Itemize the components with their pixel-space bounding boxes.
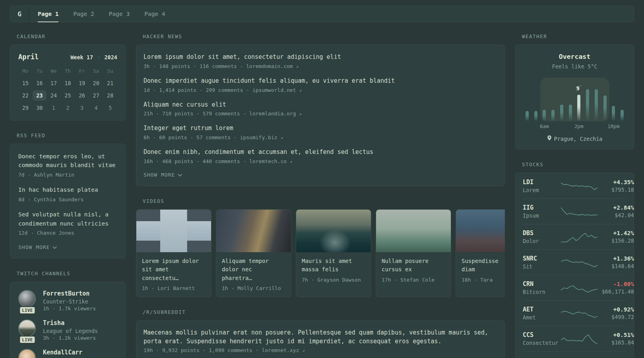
video-time: 1h · [222, 285, 237, 291]
rss-item-title[interactable]: Sed volutpat nulla nisl, a condimentum n… [18, 210, 117, 228]
tab-page-1[interactable]: Page 1 [38, 6, 58, 22]
hackernews-domain-link[interactable]: loremlandia.org ↗ [249, 111, 302, 117]
stock-symbol: DBS [523, 230, 561, 237]
hackernews-show-more-button[interactable]: SHOW MORE [144, 172, 497, 178]
video-thumbnail[interactable] [216, 210, 291, 252]
subreddit-post-domain-link[interactable]: loremnet.xyz ↗ [262, 347, 305, 353]
stock-values: +2.84%$42.04 [597, 204, 634, 218]
stock-row[interactable]: CRNBitcorn-1.00%$66,171.48 [523, 275, 627, 300]
video-author-link[interactable]: Grayson Dawson [317, 277, 361, 283]
twitch-channel-name[interactable]: ForrestBurton [43, 290, 96, 297]
hackernews-item: Aliquam nec cursus elit21h · 710 points … [144, 101, 497, 117]
tab-page-4[interactable]: Page 4 [144, 6, 165, 22]
stock-values: -1.00%$66,171.48 [597, 281, 634, 295]
video-thumbnail[interactable] [376, 210, 451, 252]
weather-time-label: 2pm [574, 123, 584, 129]
rss-show-more-button[interactable]: SHOW MORE [18, 244, 117, 250]
weather-time-label: 6am [540, 123, 549, 129]
section-label-rss: RSS FEED [17, 132, 126, 138]
stock-row[interactable]: AETAmet+0.92%$499.72 [523, 300, 627, 326]
home-logo[interactable]: G [10, 6, 29, 22]
video-title[interactable]: Suspendisse diam [462, 257, 505, 274]
rss-item: Sed volutpat nulla nisl, a condimentum n… [18, 210, 117, 237]
weather-bar-slot [592, 75, 601, 121]
twitch-avatar-wrap: LIVE [18, 349, 37, 358]
avatar[interactable] [18, 290, 36, 307]
stock-row[interactable]: SNRCSit+1.36%$148.64 [523, 249, 627, 275]
video-thumbnail[interactable] [296, 210, 371, 252]
weather-bar-slot [601, 75, 609, 121]
hackernews-meta: 6h · 60 points · 57 comments · ipsumify.… [144, 134, 497, 140]
weather-bar-slot [566, 75, 575, 121]
rss-item-title[interactable]: In hac habitasse platea [18, 185, 117, 194]
stock-change: +1.42% [597, 230, 634, 236]
columns: CALENDAR April Week 17 · 2024 MoTuWeThFr… [10, 33, 634, 358]
hackernews-item: Integer eget rutrum lorem6h · 60 points … [144, 124, 497, 140]
subreddit-post-title[interactable]: Maecenas mollis pulvinar erat non posuer… [144, 329, 497, 346]
hackernews-domain-link[interactable]: ipsumworld.net ↗ [252, 87, 302, 93]
section-label-weather: WEATHER [522, 33, 634, 39]
stock-row[interactable]: LDILorem+4.35%$795.18 [523, 173, 627, 198]
video-card-body: Lorem ipsum dolor sit amet consectetu…1h… [136, 252, 211, 297]
video-title[interactable]: Lorem ipsum dolor sit amet consectetu… [142, 257, 206, 283]
video-thumbnail[interactable] [136, 210, 211, 252]
hackernews-domain-link[interactable]: ipsumify.biz ↗ [240, 134, 283, 140]
twitch-channel-info: ForrestBurtonCounter-Strike1h · 1.7k vie… [43, 290, 96, 311]
stock-change: +1.36% [597, 255, 634, 262]
calendar-day-grid: 1516171819202122232425262728293012345 [18, 78, 117, 113]
twitch-channel-row[interactable]: LIVEKendallCarr [18, 349, 117, 358]
stock-row[interactable]: AHS+0.46% [523, 351, 627, 358]
subreddit-widget: /R/SUBREDDIT Maecenas mollis pulvinar er… [136, 309, 505, 358]
stock-price: $795.18 [597, 187, 634, 193]
hackernews-domain-link[interactable]: loremdomain.com ↗ [246, 63, 299, 69]
hackernews-item-list: Lorem ipsum dolor sit amet, consectetur … [144, 53, 497, 164]
avatar[interactable] [18, 319, 36, 337]
tab-page-3[interactable]: Page 3 [109, 6, 130, 22]
stock-id: LDILorem [523, 179, 561, 193]
calendar-week-year: Week 17 · 2024 [70, 54, 117, 60]
avatar[interactable] [18, 349, 36, 358]
video-author-link[interactable]: Stefan Cole [400, 277, 435, 283]
stock-id: AETAmet [523, 306, 561, 321]
hackernews-title[interactable]: Donec enim nibh, condimentum et accumsan… [144, 148, 497, 157]
hackernews-title[interactable]: Integer eget rutrum lorem [144, 124, 497, 133]
section-label-twitch: TWITCH CHANNELS [17, 270, 126, 276]
video-title[interactable]: Aliquam tempor dolor nec pharetra… [222, 257, 285, 283]
twitch-channel-row[interactable]: LIVETrishaLeague of Legends3h · 1.2k vie… [18, 319, 117, 341]
stock-symbol: SNRC [523, 255, 561, 262]
video-author-link[interactable]: Molly Carrillo [237, 285, 281, 291]
stock-row[interactable]: IIGIpsum+2.84%$42.04 [523, 198, 627, 224]
stock-row[interactable]: CCSConsectetur+0.51%$165.84 [523, 326, 627, 351]
twitch-channel-row[interactable]: LIVEForrestBurtonCounter-Strike1h · 1.7k… [18, 290, 117, 311]
calendar-day: 18 [61, 78, 75, 88]
hackernews-title[interactable]: Lorem ipsum dolor sit amet, consectetur … [144, 53, 497, 62]
weather-time-label: 10pm [607, 123, 619, 129]
hackernews-card: Lorem ipsum dolor sit amet, consectetur … [136, 45, 505, 186]
calendar-day: 21 [103, 78, 117, 88]
hackernews-title[interactable]: Donec imperdiet augue tincidunt felis al… [144, 77, 497, 86]
external-link-icon: ↗ [299, 88, 302, 93]
rss-item-title[interactable]: Donec tempor eros leo, ut commodo mauris… [18, 152, 117, 170]
video-title[interactable]: Mauris sit amet massa felis [302, 257, 365, 274]
twitch-channel-name[interactable]: KendallCarr [43, 349, 82, 356]
external-link-icon: ↗ [299, 111, 302, 117]
weather-bar-slot [523, 75, 531, 121]
calendar-day: 20 [89, 78, 103, 88]
hackernews-domain-link[interactable]: loremtech.co ↗ [249, 158, 292, 164]
stock-row[interactable]: DBSDolor+1.42%$156.28 [523, 224, 627, 249]
hackernews-title[interactable]: Aliquam nec cursus elit [144, 101, 497, 109]
stock-sparkline [561, 332, 597, 346]
video-card-body: Aliquam tempor dolor nec pharetra…1h · M… [216, 252, 291, 297]
video-thumbnail[interactable] [456, 210, 505, 252]
twitch-channel-name[interactable]: Trisha [43, 319, 98, 327]
hackernews-meta-text: 21h · 710 points · 579 comments · [144, 111, 249, 117]
calendar-day: 2 [61, 103, 75, 113]
stock-values: +0.92%$499.72 [597, 306, 634, 320]
video-author-link[interactable]: Lori Barnett [157, 285, 195, 291]
video-time: 18h · [462, 277, 480, 283]
video-title[interactable]: Nullam posuere cursus ex [382, 257, 445, 274]
external-link-icon: ↗ [302, 348, 305, 353]
rss-item-meta: 12d · Chance Jones [18, 229, 117, 237]
tab-page-2[interactable]: Page 2 [73, 6, 94, 22]
video-author-link[interactable]: Tara [480, 277, 493, 283]
